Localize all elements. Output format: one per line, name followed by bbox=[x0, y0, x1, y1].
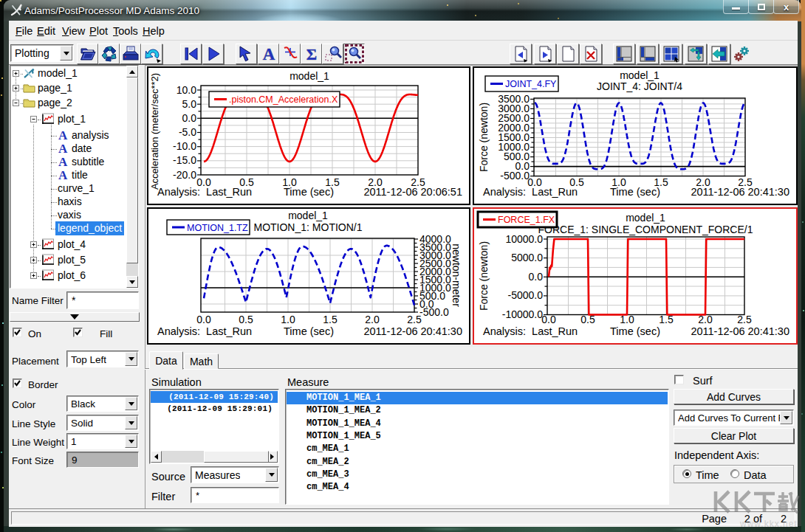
svg-text:model_1: model_1 bbox=[620, 69, 660, 81]
svg-text:Σ: Σ bbox=[306, 45, 316, 63]
svg-text:Force (newton): Force (newton) bbox=[478, 241, 490, 311]
svg-text:Analysis: Last_Run: Analysis: Last_Run bbox=[157, 325, 252, 337]
svg-text:newton-meter: newton-meter bbox=[451, 243, 462, 307]
svg-text:FORCE_1: SINGLE_COMPONENT_FORC: FORCE_1: SINGLE_COMPONENT_FORCE/1 bbox=[538, 224, 753, 235]
svg-text:2011-12-06 20:41:30: 2011-12-06 20:41:30 bbox=[691, 186, 789, 198]
svg-text:model_1: model_1 bbox=[288, 210, 328, 221]
svg-text:0.0: 0.0 bbox=[529, 271, 544, 283]
svg-text:-10000.0: -10000.0 bbox=[502, 308, 543, 320]
svg-text:-15.0: -15.0 bbox=[173, 154, 196, 166]
svg-text:FORCE_1.FX: FORCE_1.FX bbox=[498, 215, 555, 225]
svg-text:0.5: 0.5 bbox=[239, 314, 253, 325]
svg-text:Force (newton): Force (newton) bbox=[478, 103, 490, 172]
svg-text:-500.0: -500.0 bbox=[500, 170, 530, 182]
svg-text:-5000.0: -5000.0 bbox=[508, 289, 544, 301]
svg-text:Acceleration (meter/sec**2): Acceleration (meter/sec**2) bbox=[149, 73, 160, 190]
svg-text:model_1: model_1 bbox=[626, 212, 665, 224]
svg-text:MOTION_1.TZ: MOTION_1.TZ bbox=[187, 223, 248, 233]
svg-text:.piston.CM_Acceleration.X: .piston.CM_Acceleration.X bbox=[229, 94, 338, 105]
svg-text:Analysis: Last_Run: Analysis: Last_Run bbox=[483, 186, 578, 198]
svg-text:-10.0: -10.0 bbox=[173, 140, 196, 152]
svg-text:0.0: 0.0 bbox=[196, 314, 211, 325]
svg-text:1.5: 1.5 bbox=[323, 314, 338, 325]
svg-text:Time (sec): Time (sec) bbox=[284, 325, 334, 337]
svg-text:MOTION_1: MOTION/1: MOTION_1: MOTION/1 bbox=[253, 221, 362, 233]
svg-text:Analysis: Last_Run: Analysis: Last_Run bbox=[483, 325, 578, 337]
svg-text:Analysis: Last_Run: Analysis: Last_Run bbox=[157, 186, 252, 198]
svg-text:A: A bbox=[262, 45, 275, 63]
svg-text:0.0: 0.0 bbox=[541, 314, 556, 325]
svg-text:0.0: 0.0 bbox=[182, 112, 197, 124]
svg-text:-5.0: -5.0 bbox=[179, 126, 196, 138]
svg-text:-20.0: -20.0 bbox=[173, 169, 196, 181]
svg-text:Time (sec): Time (sec) bbox=[610, 186, 660, 198]
svg-text:5000.0: 5000.0 bbox=[511, 252, 543, 263]
svg-text:10.0: 10.0 bbox=[177, 84, 196, 96]
svg-text:1.0: 1.0 bbox=[281, 314, 295, 325]
svg-text:5.0: 5.0 bbox=[182, 98, 197, 110]
svg-text:-500.0: -500.0 bbox=[419, 306, 449, 318]
svg-text:2.5: 2.5 bbox=[407, 314, 422, 325]
svg-text:JOINT_4.FY: JOINT_4.FY bbox=[505, 79, 557, 89]
svg-text:2011-12-06 20:41:30: 2011-12-06 20:41:30 bbox=[363, 325, 462, 337]
svg-text:2.5: 2.5 bbox=[737, 314, 752, 325]
svg-text:2011-12-06 20:41:30: 2011-12-06 20:41:30 bbox=[691, 325, 789, 337]
svg-text:2011-12-06 20:06:51: 2011-12-06 20:06:51 bbox=[363, 186, 462, 198]
svg-text:2.0: 2.0 bbox=[365, 314, 380, 325]
svg-text:Time (sec): Time (sec) bbox=[284, 186, 334, 198]
svg-text:Time (sec): Time (sec) bbox=[610, 325, 660, 337]
svg-text:model_1: model_1 bbox=[290, 70, 329, 82]
svg-text:JOINT_4: JOINT/4: JOINT_4: JOINT/4 bbox=[597, 80, 682, 92]
